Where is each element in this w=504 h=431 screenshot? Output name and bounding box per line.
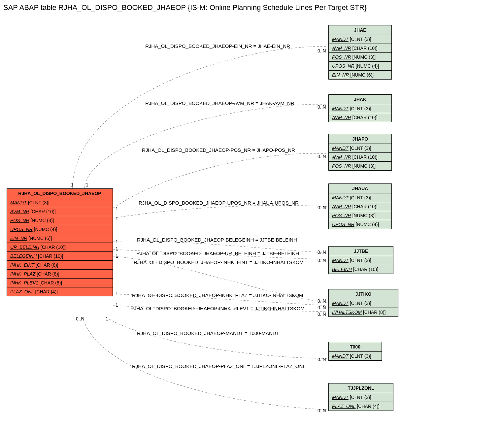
ref-entity-tjjplzonl: TJJPLZONL MANDT [CLNT (3)] PLAZ_ONL [CHA… <box>328 383 393 411</box>
cardinality: 1 <box>116 291 118 296</box>
field: EIN_NR [NUMC (6)] <box>7 234 113 243</box>
ref-entity-t000: T000 MANDT [CLNT (3)] <box>328 342 382 361</box>
rel-label: RJHA_OL_DISPO_BOOKED_JHAEOP-BELEGEINH = … <box>137 237 297 243</box>
cardinality: 0..N <box>318 312 326 317</box>
main-entity-name: RJHA_OL_DISPO_BOOKED_JHAEOP <box>7 189 113 198</box>
cardinality: 1 <box>71 182 74 187</box>
cardinality: 0..N <box>318 357 326 362</box>
cardinality: 0..N <box>318 104 326 110</box>
field: INHK_EINT [CHAR (8)] <box>7 261 113 270</box>
ref-entity-jhapo: JHAPO MANDT [CLNT (3)] AVM_NR [CHAR (10)… <box>328 134 392 171</box>
cardinality: 1 <box>116 246 118 251</box>
cardinality: 0..N <box>318 205 326 210</box>
ref-entity-jjtbe: JJTBE MANDT [CLNT (3)] BELEINH [CHAR (10… <box>328 246 393 274</box>
field: UR_BELEINH [CHAR (10)] <box>7 243 113 252</box>
main-entity: RJHA_OL_DISPO_BOOKED_JHAEOP MANDT [CLNT … <box>7 188 113 296</box>
cardinality: 0..N <box>318 408 326 413</box>
rel-label: RJHA_OL_DISPO_BOOKED_JHAEOP-INHK_EINT = … <box>134 259 304 265</box>
cardinality: 0..N <box>318 154 326 159</box>
page-title: SAP ABAP table RJHA_OL_DISPO_BOOKED_JHAE… <box>3 3 501 12</box>
cardinality: 1 <box>116 216 118 221</box>
rel-label: RJHA_OL_DISPO_BOOKED_JHAEOP-AVM_NR = JHA… <box>145 100 294 106</box>
field: INHK_PLEV1 [CHAR (8)] <box>7 279 113 287</box>
rel-label: RJHA_OL_DISPO_BOOKED_JHAEOP-POS_NR = JHA… <box>142 147 295 153</box>
cardinality: 0..N <box>318 258 326 263</box>
field: PLAZ_ONL [CHAR (4)] <box>7 287 113 296</box>
ref-entity-jhaua: JHAUA MANDT [CLNT (3)] AVM_NR [CHAR (10)… <box>328 183 392 229</box>
field: UPOS_NR [NUMC (4)] <box>7 225 113 234</box>
cardinality: 0..N <box>318 249 326 255</box>
rel-label: RJHA_OL_DISPO_BOOKED_JHAEOP-UR_BELEINH =… <box>136 250 299 256</box>
ref-entity-jhak: JHAK MANDT [CLNT (3)] AVM_NR [CHAR (10)] <box>328 94 392 122</box>
rel-label: RJHA_OL_DISPO_BOOKED_JHAEOP-UPOS_NR = JH… <box>139 200 299 206</box>
field: MANDT [CLNT (3)] <box>7 198 113 207</box>
rel-label: RJHA_OL_DISPO_BOOKED_JHAEOP-MANDT = T000… <box>137 330 279 336</box>
cardinality: 0..N <box>318 305 326 310</box>
cardinality: 1 <box>116 206 118 211</box>
cardinality: 1 <box>116 302 118 308</box>
rel-label: RJHA_OL_DISPO_BOOKED_JHAEOP-INHK_PLEV1 =… <box>130 306 305 311</box>
ref-entity-jhae: JHAE MANDT [CLNT (3)] AVM_NR [CHAR (10)]… <box>328 25 392 80</box>
ref-entity-jjtiko: JJTIKO MANDT [CLNT (3)] INHALTSKOM [CHAR… <box>328 289 398 317</box>
field: INHK_PLAZ [CHAR (8)] <box>7 270 113 279</box>
rel-label: RJHA_OL_DISPO_BOOKED_JHAEOP-PLAZ_ONL = T… <box>132 363 306 369</box>
field: BELEGEINH [CHAR (10)] <box>7 252 113 261</box>
field: AVM_NR [CHAR (10)] <box>7 207 113 216</box>
er-diagram: RJHA_OL_DISPO_BOOKED_JHAEOP MANDT [CLNT … <box>3 15 501 431</box>
rel-label: RJHA_OL_DISPO_BOOKED_JHAEOP-EIN_NR = JHA… <box>145 43 290 49</box>
cardinality: 1 <box>86 182 88 187</box>
cardinality: 1 <box>116 239 118 244</box>
cardinality: 0..N <box>318 298 326 304</box>
cardinality: 0..N <box>76 316 84 321</box>
field: POS_NR [NUMC (3)] <box>7 216 113 225</box>
cardinality: 1 <box>106 316 108 321</box>
rel-label: RJHA_OL_DISPO_BOOKED_JHAEOP-INHK_PLAZ = … <box>132 292 303 298</box>
cardinality: 0..N <box>318 48 326 53</box>
cardinality: 1 <box>116 253 118 259</box>
